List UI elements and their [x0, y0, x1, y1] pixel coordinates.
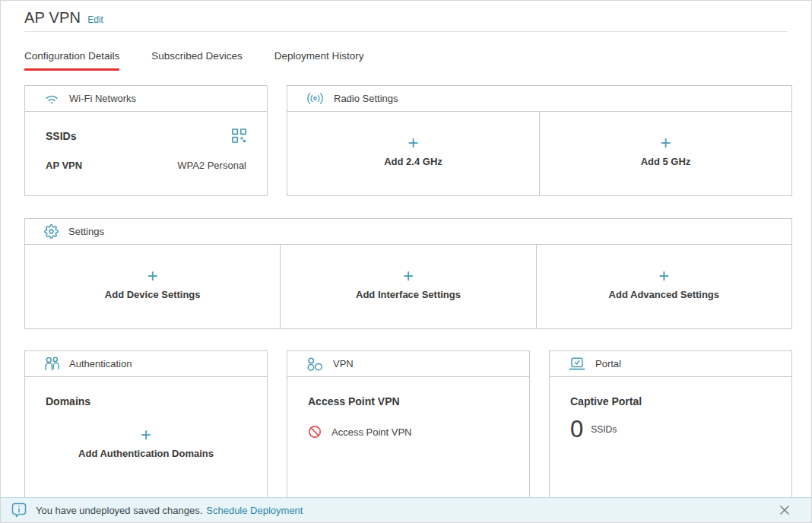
plus-icon: + [141, 427, 151, 442]
tab-deployment-history[interactable]: Deployment History [274, 50, 364, 71]
add-authentication-domains-button[interactable]: + Add Authentication Domains [46, 427, 246, 459]
portal-card: Portal Captive Portal 0 SSIDs [549, 350, 792, 499]
vpn-nodes-icon [306, 357, 323, 372]
add-device-settings-button[interactable]: + Add Device Settings [25, 245, 281, 328]
tab-bar: Configuration Details Subscribed Devices… [24, 50, 363, 71]
users-icon [44, 357, 59, 371]
add-advanced-settings-button[interactable]: + Add Advanced Settings [537, 245, 791, 328]
ssid-count-value: 0 [570, 417, 583, 441]
wifi-card-header: Wi-Fi Networks [25, 86, 267, 112]
radio-card-header: Radio Settings [287, 86, 791, 112]
tab-configuration-details[interactable]: Configuration Details [24, 50, 119, 71]
settings-card-body: + Add Device Settings + Add Interface Se… [25, 245, 791, 328]
add-interface-settings-label: Add Interface Settings [356, 289, 461, 300]
settings-card: Settings + Add Device Settings + Add Int… [24, 218, 792, 329]
add-authentication-domains-label: Add Authentication Domains [78, 448, 214, 459]
plus-icon: + [660, 135, 671, 151]
plus-icon: + [408, 135, 418, 151]
authentication-card-header: Authentication [25, 351, 267, 377]
authentication-card: Authentication Domains + Add Authenticat… [24, 350, 268, 499]
header-divider [24, 31, 788, 32]
access-point-vpn-item-label: Access Point VPN [331, 426, 412, 438]
blocked-icon [308, 425, 322, 439]
plus-icon: + [403, 268, 414, 284]
vpn-card-title: VPN [333, 358, 354, 369]
radio-icon [306, 92, 324, 105]
info-icon [11, 502, 27, 518]
vpn-card-header: VPN [287, 351, 529, 377]
ssid-count-label: SSIDs [591, 424, 617, 435]
portal-card-title: Portal [595, 358, 621, 369]
tab-subscribed-devices[interactable]: Subscribed Devices [151, 50, 242, 71]
add-interface-settings-button[interactable]: + Add Interface Settings [281, 245, 536, 328]
captive-portal-label: Captive Portal [570, 395, 771, 407]
edit-link[interactable]: Edit [87, 14, 103, 25]
ssids-label: SSIDs [46, 130, 76, 142]
wifi-card-body: SSIDs AP VPN WPA2 Personal [25, 112, 267, 171]
vpn-card-body: Access Point VPN Access Point VPN [287, 377, 529, 439]
access-point-vpn-label: Access Point VPN [308, 395, 509, 407]
radio-card-title: Radio Settings [334, 93, 398, 104]
authentication-card-title: Authentication [69, 358, 132, 369]
laptop-check-icon [569, 357, 585, 370]
add-24ghz-button[interactable]: + Add 2.4 GHz [287, 112, 540, 195]
undeployed-changes-banner: You have undeployed saved changes. Sched… [1, 497, 811, 522]
radio-settings-card: Radio Settings + Add 2.4 GHz + Add 5 GHz [287, 85, 792, 196]
settings-card-header: Settings [25, 219, 791, 245]
close-icon[interactable] [779, 505, 790, 515]
portal-card-header: Portal [550, 351, 791, 377]
page-title: AP VPN [24, 9, 81, 27]
plus-icon: + [658, 268, 669, 284]
ssid-count-row: 0 SSIDs [570, 417, 771, 441]
ssid-row: AP VPN WPA2 Personal [46, 160, 246, 171]
page-header: AP VPN Edit [24, 9, 103, 27]
add-24ghz-label: Add 2.4 GHz [384, 156, 442, 167]
domains-label: Domains [46, 395, 246, 407]
banner-message: You have undeployed saved changes. [36, 505, 202, 516]
portal-card-body: Captive Portal 0 SSIDs [550, 377, 791, 441]
wifi-networks-card: Wi-Fi Networks SSIDs AP VPN WPA2 Persona [24, 85, 268, 196]
configuration-page: AP VPN Edit Configuration Details Subscr… [0, 0, 812, 523]
wifi-icon [44, 93, 59, 105]
add-5ghz-button[interactable]: + Add 5 GHz [540, 112, 791, 195]
ssid-security: WPA2 Personal [177, 160, 246, 171]
settings-card-title: Settings [68, 226, 104, 237]
radio-card-body: + Add 2.4 GHz + Add 5 GHz [287, 112, 791, 195]
wifi-card-title: Wi-Fi Networks [69, 93, 136, 104]
access-point-vpn-item[interactable]: Access Point VPN [308, 425, 509, 439]
add-5ghz-label: Add 5 GHz [641, 156, 691, 167]
add-device-settings-label: Add Device Settings [105, 289, 201, 300]
ssid-name: AP VPN [46, 160, 82, 171]
grid-manage-icon[interactable] [232, 128, 246, 143]
vpn-card: VPN Access Point VPN Access Point VPN [287, 350, 530, 499]
authentication-card-body: Domains + Add Authentication Domains [25, 377, 267, 459]
plus-icon: + [147, 268, 158, 284]
schedule-deployment-link[interactable]: Schedule Deployment [206, 505, 303, 516]
add-advanced-settings-label: Add Advanced Settings [609, 289, 719, 300]
gear-icon [44, 224, 59, 239]
